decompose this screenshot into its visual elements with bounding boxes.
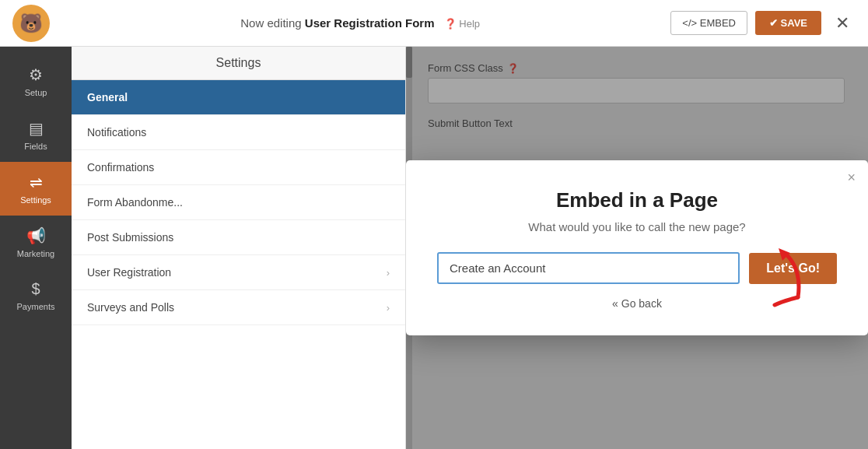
- sidebar-item-settings[interactable]: ⇌ Settings: [0, 162, 72, 216]
- sidebar-label-marketing: Marketing: [17, 249, 54, 258]
- save-button[interactable]: ✔ SAVE: [755, 11, 821, 35]
- sidebar-item-payments[interactable]: $ Payments: [0, 269, 72, 322]
- settings-nav: General Notifications Confirmations Form…: [72, 80, 405, 325]
- settings-panel: Settings General Notifications Confirmat…: [72, 47, 406, 449]
- modal-close-button[interactable]: ×: [847, 170, 856, 186]
- nav-item-confirmations[interactable]: Confirmations: [72, 150, 405, 185]
- content-area: Form CSS Class ❓ Submit Button Text × Em…: [406, 47, 868, 449]
- nav-item-surveys-polls[interactable]: Surveys and Polls ›: [72, 290, 405, 325]
- main-layout: ⚙ Setup ▤ Fields ⇌ Settings 📢 Marketing …: [0, 47, 868, 449]
- nav-label-user-registration: User Registration: [87, 266, 171, 279]
- form-name: User Registration Form: [305, 16, 435, 30]
- settings-panel-header: Settings: [72, 47, 405, 80]
- nav-label-surveys-polls: Surveys and Polls: [87, 301, 174, 314]
- sidebar-label-payments: Payments: [17, 302, 55, 311]
- modal-title: Embed in a Page: [437, 188, 837, 212]
- go-back-container: « Go back: [437, 296, 837, 310]
- close-button[interactable]: ✕: [829, 10, 856, 37]
- logo-icon: 🐻: [19, 12, 43, 34]
- nav-item-form-abandonment[interactable]: Form Abandonme...: [72, 185, 405, 220]
- sidebar-label-settings: Settings: [20, 195, 51, 205]
- sidebar-label-fields: Fields: [24, 142, 47, 151]
- sidebar: ⚙ Setup ▤ Fields ⇌ Settings 📢 Marketing …: [0, 47, 72, 449]
- lets-go-button[interactable]: Let's Go!: [749, 253, 837, 284]
- modal-overlay: × Embed in a Page What would you like to…: [406, 47, 868, 449]
- embed-button[interactable]: </> EMBED: [670, 11, 747, 35]
- modal-subtitle: What would you like to call the new page…: [437, 220, 837, 233]
- logo: 🐻: [12, 5, 50, 42]
- settings-icon: ⇌: [30, 173, 43, 191]
- chevron-icon: ›: [387, 267, 390, 279]
- marketing-icon: 📢: [26, 226, 46, 245]
- nav-item-notifications[interactable]: Notifications: [72, 115, 405, 150]
- fields-icon: ▤: [29, 119, 44, 138]
- go-back-link[interactable]: « Go back: [612, 297, 662, 310]
- sidebar-item-setup[interactable]: ⚙ Setup: [0, 54, 72, 108]
- modal-dialog: × Embed in a Page What would you like to…: [406, 160, 868, 335]
- sidebar-label-setup: Setup: [25, 88, 47, 97]
- header: 🐻 Now editing User Registration Form ❓ H…: [0, 0, 868, 47]
- sidebar-item-marketing[interactable]: 📢 Marketing: [0, 216, 72, 269]
- payments-icon: $: [31, 280, 40, 298]
- sidebar-item-fields[interactable]: ▤ Fields: [0, 108, 72, 162]
- chevron-icon-2: ›: [387, 302, 390, 314]
- nav-item-user-registration[interactable]: User Registration ›: [72, 255, 405, 290]
- page-name-input[interactable]: [437, 252, 740, 284]
- help-link[interactable]: ❓ Help: [444, 18, 480, 30]
- nav-item-general[interactable]: General: [72, 80, 405, 115]
- header-actions: </> EMBED ✔ SAVE ✕: [670, 10, 856, 37]
- modal-input-row: Let's Go!: [437, 252, 837, 284]
- editing-label: Now editing: [240, 16, 305, 30]
- nav-item-post-submissions[interactable]: Post Submissions: [72, 220, 405, 255]
- header-title: Now editing User Registration Form ❓ Hel…: [50, 16, 670, 30]
- setup-icon: ⚙: [29, 65, 43, 84]
